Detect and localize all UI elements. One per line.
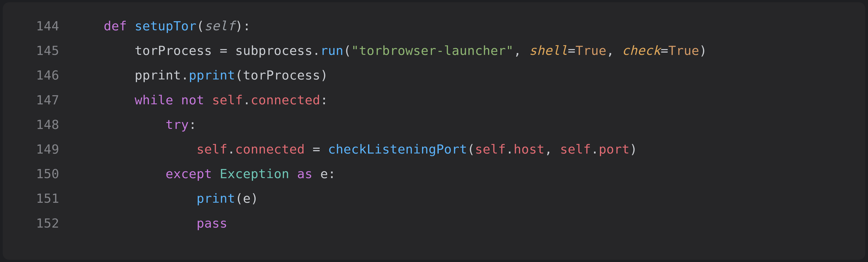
token-default: pprint — [135, 68, 181, 82]
token-obj: self — [196, 142, 227, 156]
code-content[interactable]: except Exception as e: — [73, 161, 856, 186]
token-punc: : — [320, 92, 328, 107]
code-line[interactable]: 148 try: — [12, 112, 856, 137]
token-default: e — [320, 166, 328, 181]
code-content[interactable]: pass — [73, 211, 856, 235]
code-content[interactable]: while not self.connected: — [73, 87, 856, 112]
code-line[interactable]: 145 torProcess = subprocess.run("torbrow… — [12, 38, 856, 63]
token-punc: : — [189, 117, 196, 132]
token-attr: connected — [235, 142, 313, 156]
token-call: checkListeningPort — [328, 142, 467, 156]
token-default — [320, 142, 328, 156]
token-punc: , — [607, 43, 622, 58]
line-number: 148 — [12, 112, 73, 137]
code-line[interactable]: 152 pass — [12, 211, 856, 235]
token-punc: . — [313, 43, 320, 58]
line-number: 144 — [12, 13, 73, 38]
code-line[interactable]: 149 self.connected = checkListeningPort(… — [12, 137, 856, 161]
line-number: 149 — [12, 137, 73, 161]
token-attr: connected — [251, 92, 320, 107]
token-punc: . — [181, 68, 189, 82]
code-content[interactable]: pprint.pprint(torProcess) — [73, 63, 856, 87]
token-default — [212, 166, 220, 181]
code-content[interactable]: print(e) — [73, 186, 856, 211]
code-editor[interactable]: 144 def setupTor(self):145 torProcess = … — [3, 2, 865, 260]
indent — [73, 216, 196, 230]
indent — [73, 43, 135, 58]
token-fn: setupTor — [135, 18, 197, 33]
token-kw: def — [104, 18, 135, 33]
token-punc: ( — [235, 191, 243, 205]
token-default: subprocess — [227, 43, 312, 58]
indent — [73, 191, 196, 205]
token-kw: while — [135, 92, 174, 107]
token-op: = — [568, 43, 576, 58]
token-op: = — [660, 43, 668, 58]
line-number: 146 — [12, 63, 73, 87]
token-punc: ( — [344, 43, 351, 58]
token-kw: as — [297, 166, 312, 181]
token-obj: self — [212, 92, 243, 107]
token-default: torProcess — [135, 43, 220, 58]
token-call: run — [320, 43, 344, 58]
token-obj: self — [560, 142, 591, 156]
token-punc: ) — [630, 142, 638, 156]
token-punc: . — [506, 142, 514, 156]
token-const: True — [669, 43, 700, 58]
code-line[interactable]: 144 def setupTor(self): — [12, 13, 856, 38]
code-line[interactable]: 151 print(e) — [12, 186, 856, 211]
token-punc: ) — [699, 43, 707, 58]
token-default: torProcess — [243, 68, 320, 82]
code-line[interactable]: 150 except Exception as e: — [12, 161, 856, 186]
token-obj: self — [475, 142, 506, 156]
token-punc: ) — [320, 68, 328, 82]
token-punc: ) — [251, 191, 258, 205]
token-op: = — [313, 142, 320, 156]
indent — [73, 18, 104, 33]
indent — [73, 166, 166, 181]
token-default — [313, 166, 320, 181]
token-call: pprint — [189, 68, 235, 82]
token-default: e — [243, 191, 251, 205]
token-self: self — [204, 18, 235, 33]
code-content[interactable]: def setupTor(self): — [73, 13, 856, 38]
token-kwarg: check — [622, 43, 660, 58]
token-default — [204, 92, 212, 107]
token-kw: pass — [196, 216, 227, 230]
token-kw: try — [166, 117, 189, 132]
token-const: True — [576, 43, 607, 58]
token-default — [174, 92, 181, 107]
token-attr: host — [514, 142, 545, 156]
token-attr: port — [599, 142, 630, 156]
line-number: 151 — [12, 186, 73, 211]
token-builtin: print — [196, 191, 235, 205]
token-punc: ) — [235, 18, 243, 33]
indent — [73, 117, 166, 132]
code-content[interactable]: try: — [73, 112, 856, 137]
line-number: 150 — [12, 161, 73, 186]
indent — [73, 92, 135, 107]
token-punc: : — [243, 18, 251, 33]
token-punc: . — [227, 142, 235, 156]
token-cls: Exception — [220, 166, 289, 181]
token-str: "torbrowser-launcher" — [351, 43, 514, 58]
token-punc: ( — [196, 18, 204, 33]
token-kw: not — [181, 92, 204, 107]
token-op: = — [220, 43, 227, 58]
indent — [73, 142, 196, 156]
token-kwarg: shell — [529, 43, 568, 58]
token-punc: , — [514, 43, 529, 58]
line-number: 145 — [12, 38, 73, 63]
token-punc: ( — [235, 68, 243, 82]
indent — [73, 68, 135, 82]
line-number: 152 — [12, 211, 73, 235]
code-content[interactable]: self.connected = checkListeningPort(self… — [73, 137, 856, 161]
token-punc: ( — [467, 142, 475, 156]
code-content[interactable]: torProcess = subprocess.run("torbrowser-… — [73, 38, 856, 63]
token-default — [289, 166, 297, 181]
code-line[interactable]: 146 pprint.pprint(torProcess) — [12, 63, 856, 87]
token-punc: . — [243, 92, 251, 107]
token-punc: : — [328, 166, 336, 181]
code-line[interactable]: 147 while not self.connected: — [12, 87, 856, 112]
token-punc: , — [545, 142, 560, 156]
